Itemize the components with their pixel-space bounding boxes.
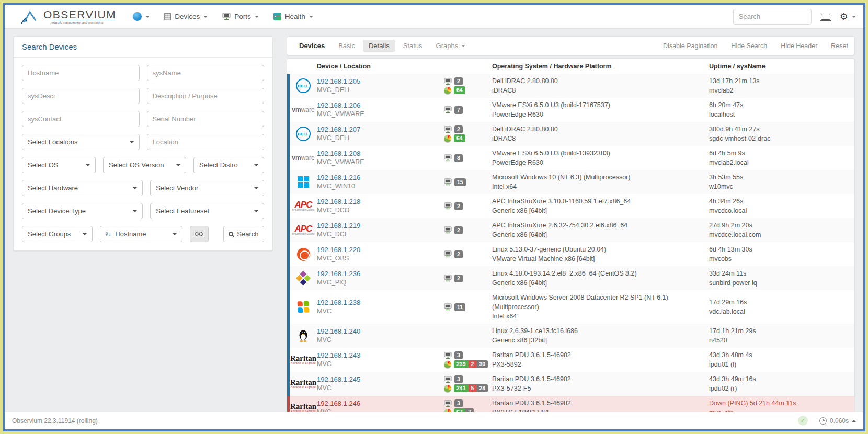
table-row[interactable]: vmware 192.168.1.206 MVC_VMWARE 7 VMware… [287,98,854,122]
tab-graphs[interactable]: Graphs [430,40,472,52]
ports-count-badge[interactable]: 8 [454,154,463,162]
console-icon[interactable] [821,14,830,20]
vendor-select[interactable]: Select Vendor [150,180,264,196]
sensors-badges[interactable]: 64 [454,134,465,142]
ports-menu[interactable]: Ports [222,13,259,20]
device-sysname: vdc.lab.local [709,307,849,316]
table-row[interactable]: DELL 192.168.1.207 MVC_DELL 2 64 Dell iD… [287,122,854,146]
health-menu[interactable]: Health [273,13,313,20]
ports-count-badge[interactable]: 2 [454,125,463,133]
distro-select[interactable]: Select Distro [193,157,264,173]
sensor-badge-gray[interactable]: 30 [476,360,488,368]
ports-count-badge[interactable]: 11 [454,303,465,311]
panel-title: Search Devices [14,37,272,58]
sensor-badge-green[interactable]: 239 [454,360,469,368]
tab-status[interactable]: Status [397,40,428,52]
device-link[interactable]: 192.168.1.238 [317,298,441,307]
device-hardware: Generic x86 [64bit] [492,230,709,239]
table-row[interactable]: 192.168.1.220 MVC_OBS 2 Linux 5.13.0-37-… [287,242,854,266]
table-row[interactable]: 192.168.1.236 MVC_PIQ 2 Linux 4.18.0-193… [287,266,854,290]
device-link[interactable]: 192.168.1.218 [317,197,441,206]
sensors-badges[interactable]: 241528 [454,384,488,392]
preview-button[interactable] [190,226,209,242]
tab-details[interactable]: Details [363,40,395,52]
location-field[interactable] [147,134,265,150]
device-link[interactable]: 192.168.1.219 [317,221,441,230]
device-link[interactable]: 192.168.1.243 [317,351,441,360]
device-type-select[interactable]: Select Device Type [22,203,143,219]
ports-count-badge[interactable]: 2 [454,77,463,85]
device-os: Microsoft Windows Server 2008 Datacenter… [492,293,709,312]
chevron-up-icon [852,420,856,422]
globe-menu[interactable] [133,12,150,21]
settings-menu[interactable]: ⚙ [840,12,856,21]
sensors-badges[interactable]: 64 [454,86,465,94]
device-link[interactable]: 192.168.1.207 [317,125,441,134]
device-uptime: 6h 20m 47s [709,100,849,110]
ports-count-badge[interactable]: 7 [454,106,463,114]
table-row[interactable]: RaritanA brand of Legrand 192.168.1.243 … [287,348,854,372]
device-link[interactable]: 192.168.1.206 [317,101,441,110]
device-link[interactable]: 192.168.1.236 [317,269,441,278]
sensors-badges[interactable]: 239230 [454,360,488,368]
table-row[interactable]: DELL 192.168.1.205 MVC_DELL 2 64 Dell iD… [287,74,854,98]
ports-count-badge[interactable]: 2 [454,250,463,258]
disable-pagination-link[interactable]: Disable Pagination [663,42,717,50]
reset-link[interactable]: Reset [831,42,848,50]
tab-basic[interactable]: Basic [333,40,361,52]
sensor-badge-green[interactable]: 64 [454,86,465,94]
devices-menu[interactable]: Devices [164,13,208,20]
ports-count-badge[interactable]: 3 [454,399,463,407]
load-time-toggle[interactable]: 0.060s [819,417,856,425]
description-field[interactable] [147,88,265,104]
device-link[interactable]: 192.168.1.246 [317,399,441,408]
locations-select[interactable]: Select Locations [22,134,140,150]
device-link[interactable]: 192.168.1.208 [317,149,441,158]
os-version-select[interactable]: Select OS Version [103,157,186,173]
sensor-badge-green[interactable]: 241 [454,384,469,392]
sensor-badge-gray[interactable]: 28 [476,384,488,392]
groups-select[interactable]: Select Groups [22,226,93,242]
ports-count-badge[interactable]: 3 [454,351,463,359]
ports-count-badge[interactable]: 2 [454,202,463,210]
syscontact-field[interactable] [22,111,140,127]
device-link[interactable]: 192.168.1.245 [317,375,441,384]
hide-header-link[interactable]: Hide Header [781,42,817,50]
os-select[interactable]: Select OS [22,157,96,173]
sysdescr-field[interactable] [22,88,140,104]
device-link[interactable]: 192.168.1.220 [317,245,441,254]
ports-count-badge[interactable]: 2 [454,226,463,234]
table-row[interactable]: RaritanA brand of Legrand 192.168.1.246 … [287,396,854,412]
sensor-badge-red[interactable]: 2 [469,360,477,368]
device-link[interactable]: 192.168.1.240 [317,327,441,336]
ports-icon [444,154,452,162]
device-link[interactable]: 192.168.1.205 [317,77,441,86]
serial-number-field[interactable] [147,111,265,127]
featureset-select[interactable]: Select Featureset [150,203,264,219]
global-search-input[interactable] [733,9,812,25]
table-row[interactable]: vmware 192.168.1.208 MVC_VMWARE 8 VMware… [287,146,854,170]
device-link[interactable]: 192.168.1.216 [317,173,441,182]
ports-count-badge[interactable]: 2 [454,275,463,282]
ports-count-badge[interactable]: 15 [454,178,466,186]
ports-icon [444,106,452,113]
tab-devices[interactable]: Devices [293,40,330,52]
table-row[interactable]: RaritanA brand of Legrand 192.168.1.245 … [287,372,854,396]
hostname-field[interactable] [22,65,140,81]
observium-logo[interactable]: OBSERVIUM network management and monitor… [20,9,116,25]
hide-search-link[interactable]: Hide Search [731,42,767,50]
ports-count-badge[interactable]: 3 [454,375,463,383]
table-row[interactable]: APCby Schneider Electric 192.168.1.218 M… [287,194,854,218]
sort-select[interactable]: AZHostname [100,226,182,242]
sensor-badge-red[interactable]: 5 [469,384,477,392]
sensor-badge-green[interactable]: 64 [454,134,465,142]
hardware-select[interactable]: Select Hardware [22,180,143,196]
table-row[interactable]: 192.168.1.238 MVC 11 Microsoft Windows S… [287,290,854,324]
table-row[interactable]: APCby Schneider Electric 192.168.1.219 M… [287,218,854,242]
sysname-field[interactable] [147,65,265,81]
table-row[interactable]: 192.168.1.240 MVC Linux 2.6.39-1.ce13.fc… [287,324,854,348]
chevron-down-icon [254,210,258,212]
table-row[interactable]: 192.168.1.216 MVC_WIN10 15 Microsoft Win… [287,170,854,194]
search-button[interactable]: Search [223,226,264,242]
device-uptime: 33d 24m 11s [709,269,849,278]
